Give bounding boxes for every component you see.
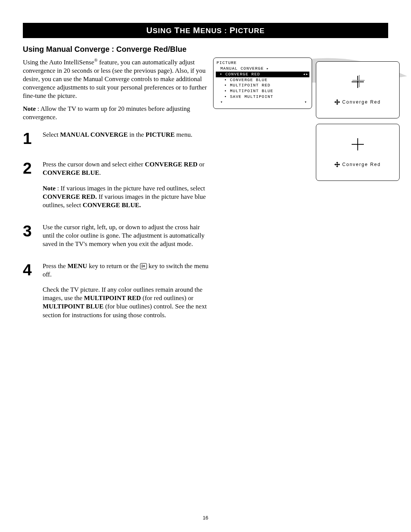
tv-label: Converge Red xyxy=(335,99,381,105)
steps-list: 1 Select MANUAL CONVERGE in the PICTURE … xyxy=(23,131,209,319)
cursor-move-icon xyxy=(335,99,340,105)
step-number: 3 xyxy=(23,223,34,239)
info-icon: i+ xyxy=(140,263,147,269)
osd-menu-screen: PICTURE MANUAL CONVERGE CONVERGE RED◂▸ C… xyxy=(213,58,312,109)
page-number: 16 xyxy=(0,515,411,521)
menu-item: MULTIPOINT BLUE xyxy=(217,88,309,94)
step-follow: Check the TV picture. If any color outli… xyxy=(43,286,209,319)
tv-screen-aligned: Converge Red xyxy=(316,124,400,181)
step-3: 3 Use the cursor right, left, up, or dow… xyxy=(23,223,209,248)
crosshair-misaligned-icon xyxy=(351,75,365,89)
step-2: 2 Press the cursor down and select eithe… xyxy=(23,160,209,209)
page-title: Using Manual Converge : Converge Red/Blu… xyxy=(23,45,388,54)
step-4: 4 Press the MENU key to return or the i+… xyxy=(23,262,209,320)
menu-sub: MANUAL CONVERGE xyxy=(217,66,309,72)
step-number: 4 xyxy=(23,262,34,278)
step-text: Press the MENU key to return or the i+ k… xyxy=(43,262,209,279)
step-text: Select MANUAL CONVERGE in the PICTURE me… xyxy=(43,131,209,139)
tv-label: Converge Red xyxy=(335,162,381,167)
intro-paragraph: Using the Auto IntelliSense® feature, yo… xyxy=(23,58,209,100)
step-number: 2 xyxy=(23,160,34,176)
menu-item: MULTIPOINT RED xyxy=(217,83,309,88)
step-note: Note : If various images in the picture … xyxy=(43,184,209,209)
menu-item: CONVERGE BLUE xyxy=(217,77,309,83)
cursor-move-icon xyxy=(335,162,340,167)
menu-selected: CONVERGE RED◂▸ xyxy=(216,72,309,77)
step-text: Use the cursor right, left, up, or down … xyxy=(43,223,209,248)
crosshair-aligned-icon xyxy=(351,137,365,151)
intro-note: Note : Allow the TV to warm up for 20 mi… xyxy=(23,105,209,121)
step-number: 1 xyxy=(23,131,34,147)
tv-screen-misaligned: Converge Red xyxy=(316,61,400,118)
menu-item: SAVE MULTIPOINT xyxy=(217,94,309,100)
step-text: Press the cursor down and select either … xyxy=(43,160,209,177)
menu-footer: ▾▾ xyxy=(217,100,309,105)
step-1: 1 Select MANUAL CONVERGE in the PICTURE … xyxy=(23,131,209,147)
menu-title: PICTURE xyxy=(217,60,309,66)
section-header: USING THE MENUS : PICTURE xyxy=(23,23,388,38)
